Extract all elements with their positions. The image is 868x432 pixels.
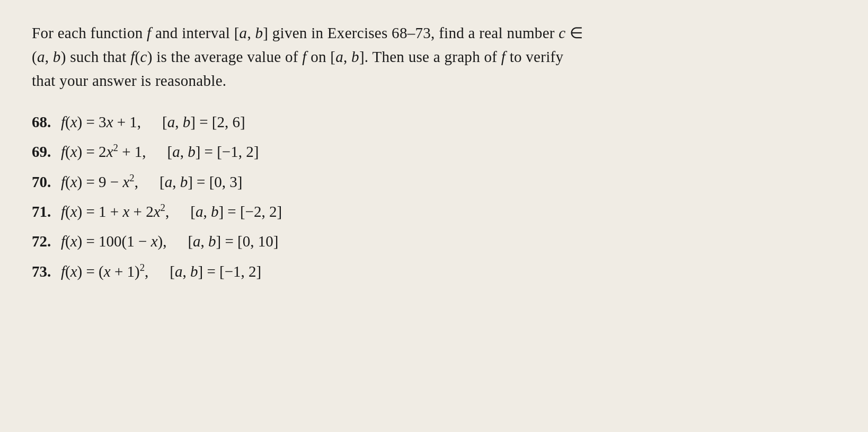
problem-70-content: f(x) = 9 − x2, [a, b] = [0, 3]: [61, 170, 243, 194]
problem-71: 71. f(x) = 1 + x + 2x2, [a, b] = [−2, 2]: [32, 199, 836, 224]
problem-70-number: 70.: [32, 170, 61, 194]
problem-68: 68. f(x) = 3x + 1, [a, b] = [2, 6]: [32, 110, 836, 134]
problem-70-interval: [a, b] = [0, 3]: [160, 170, 243, 194]
problem-71-interval: [a, b] = [−2, 2]: [190, 199, 282, 224]
problem-71-number: 71.: [32, 199, 61, 224]
problem-73-content: f(x) = (x + 1)2, [a, b] = [−1, 2]: [61, 259, 261, 284]
page-content: For each function f and interval [a, b] …: [32, 21, 836, 284]
problems-list: 68. f(x) = 3x + 1, [a, b] = [2, 6] 69. f…: [32, 110, 836, 284]
problem-71-function: f(x) = 1 + x + 2x2,: [61, 199, 169, 224]
problem-70-function: f(x) = 9 − x2,: [61, 170, 138, 194]
problem-68-content: f(x) = 3x + 1, [a, b] = [2, 6]: [61, 110, 245, 134]
problem-71-content: f(x) = 1 + x + 2x2, [a, b] = [−2, 2]: [61, 199, 282, 224]
problem-72-interval: [a, b] = [0, 10]: [188, 229, 278, 253]
problem-73-interval: [a, b] = [−1, 2]: [170, 259, 261, 284]
intro-paragraph: For each function f and interval [a, b] …: [32, 21, 588, 93]
problem-68-interval: [a, b] = [2, 6]: [162, 110, 245, 134]
problem-68-number: 68.: [32, 110, 61, 134]
problem-69-number: 69.: [32, 139, 61, 164]
problem-72: 72. f(x) = 100(1 − x), [a, b] = [0, 10]: [32, 229, 836, 253]
problem-69-function: f(x) = 2x2 + 1,: [61, 139, 146, 164]
problem-72-function: f(x) = 100(1 − x),: [61, 229, 166, 253]
problem-69-content: f(x) = 2x2 + 1, [a, b] = [−1, 2]: [61, 139, 259, 164]
problem-72-content: f(x) = 100(1 − x), [a, b] = [0, 10]: [61, 229, 278, 253]
problem-69-interval: [a, b] = [−1, 2]: [167, 139, 259, 164]
problem-72-number: 72.: [32, 229, 61, 253]
problem-69: 69. f(x) = 2x2 + 1, [a, b] = [−1, 2]: [32, 139, 836, 164]
problem-70: 70. f(x) = 9 − x2, [a, b] = [0, 3]: [32, 170, 836, 194]
problem-68-function: f(x) = 3x + 1,: [61, 110, 141, 134]
problem-73-number: 73.: [32, 259, 61, 284]
problem-73-function: f(x) = (x + 1)2,: [61, 259, 148, 284]
problem-73: 73. f(x) = (x + 1)2, [a, b] = [−1, 2]: [32, 259, 836, 284]
